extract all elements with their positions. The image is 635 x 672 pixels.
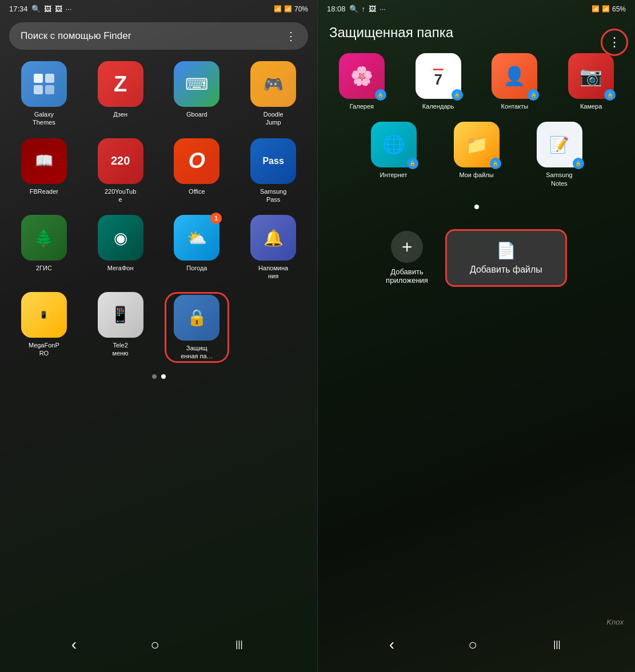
icon-weather: ⛅ 1 <box>174 215 219 261</box>
dot-2 <box>161 374 166 379</box>
status-bar-left: 17:34 🔍 🖼 🖼 ··· 📶 📶 70% <box>0 0 317 18</box>
app-notes[interactable]: 📝 🔒 SamsungNotes <box>524 122 595 187</box>
icon-megafon: ◉ <box>98 215 143 261</box>
svg-rect-2 <box>34 85 43 94</box>
battery-left: 70% <box>294 5 308 13</box>
icon-myfiles: 📁 🔒 <box>454 122 500 167</box>
search-bar[interactable]: Поиск с помощью Finder ⋮ <box>9 22 308 50</box>
add-apps-icon: + <box>391 231 423 263</box>
dot-1 <box>152 374 157 379</box>
app-weather[interactable]: ⛅ 1 Погода <box>165 215 230 281</box>
icon-gboard: ⌨ <box>174 61 219 107</box>
label-myfiles: Мои файлы <box>459 171 493 179</box>
app-megafon-pro[interactable]: 📱 MegaFonPRO <box>11 292 77 363</box>
app-grid-right-row2: 🌐 🔒 Интернет 📁 🔒 Мои файлы 📝 🔒 SamsungNo… <box>318 122 635 187</box>
app-fbreader[interactable]: 📖 FBReader <box>11 138 77 204</box>
time-left: 17:34 <box>9 5 28 13</box>
wifi-icon-right: 📶 <box>592 5 600 13</box>
status-right-left: 📶 📶 70% <box>274 5 308 13</box>
icon-2gis: 🌲 <box>21 215 67 261</box>
app-2gis[interactable]: 🌲 2ГИС <box>11 215 77 281</box>
more-icon-right: ··· <box>380 5 386 13</box>
add-files-btn[interactable]: 📄 Добавить файлы <box>445 229 567 287</box>
app-camera[interactable]: 📷 🔒 Камера <box>558 53 624 110</box>
gallery-icon-left: 🖼 <box>44 5 51 13</box>
app-220youtube[interactable]: 220 220YouTube <box>88 138 153 204</box>
app-myfiles[interactable]: 📁 🔒 Мои файлы <box>441 122 512 187</box>
search-icon-right: 🔍 <box>349 5 358 13</box>
icon-reminder: 🔔 <box>250 215 296 261</box>
label-megafon-pro: MegaFonPRO <box>29 341 59 358</box>
recent-button-right[interactable]: ⫼ <box>546 633 568 657</box>
status-time-right: 18:08 🔍 ↑ 🖼 ··· <box>327 5 386 13</box>
three-dot-menu[interactable]: ⋮ <box>601 29 628 56</box>
app-doodle-jump[interactable]: 🎮 DoodleJump <box>241 61 306 127</box>
weather-badge: 1 <box>210 213 222 224</box>
icon-gallery: 🌸 🔒 <box>339 53 385 99</box>
label-fbreader: FBReader <box>30 187 58 195</box>
icon-doodle-jump: 🎮 <box>250 61 296 107</box>
app-galaxy-themes[interactable]: GalaxyThemes <box>11 61 77 127</box>
page-dots-left <box>0 374 317 379</box>
gallery2-icon-left: 🖼 <box>55 5 62 13</box>
label-camera: Камера <box>580 102 602 110</box>
icon-office: O <box>174 138 219 184</box>
signal-icon-right: 📶 <box>602 5 610 13</box>
battery-right: 65% <box>612 5 626 13</box>
label-dzen: Дзен <box>113 110 127 118</box>
page-title-right: Защищенная папка <box>318 18 635 47</box>
app-tele2[interactable]: 📱 Tele2меню <box>88 292 153 363</box>
label-secure-folder: Защищенная па… <box>181 344 213 361</box>
notes-secure-badge: 🔒 <box>573 158 584 169</box>
signal-icon-left: 📶 <box>284 5 292 13</box>
gallery-icon-right: 🖼 <box>369 5 376 13</box>
label-2gis: 2ГИС <box>36 264 52 272</box>
app-megafon[interactable]: ◉ МегаФон <box>88 215 153 281</box>
bottom-nav-left: ‹ ○ ⫼ <box>0 622 317 672</box>
app-internet[interactable]: 🌐 🔒 Интернет <box>358 122 429 187</box>
status-right-right: 📶 📶 65% <box>592 5 626 13</box>
page-title-text: Защищенная папка <box>329 25 453 40</box>
label-internet: Интернет <box>380 171 408 179</box>
label-megafon: МегаФон <box>107 264 134 272</box>
label-samsung-pass: SamsungPass <box>260 187 286 204</box>
label-220youtube: 220YouTube <box>105 187 136 204</box>
more-icon-left: ··· <box>66 5 72 13</box>
app-office[interactable]: O Office <box>165 138 230 204</box>
label-weather: Погода <box>186 264 207 272</box>
svg-rect-1 <box>45 74 54 83</box>
add-files-label: Добавить файлы <box>470 265 542 275</box>
home-button-left[interactable]: ○ <box>146 631 164 658</box>
page-dot-right <box>318 205 635 209</box>
gallery-secure-badge: 🔒 <box>375 89 386 101</box>
app-grid-left: GalaxyThemes Z Дзен ⌨ Gboard 🎮 DoodleJum… <box>0 61 317 363</box>
search-menu-icon[interactable]: ⋮ <box>285 29 297 43</box>
recent-button-left[interactable]: ⫼ <box>229 633 250 657</box>
app-samsung-pass[interactable]: Pass SamsungPass <box>241 138 306 204</box>
app-secure-folder[interactable]: 🔒 Защищенная па… <box>165 292 230 363</box>
home-button-right[interactable]: ○ <box>464 631 482 658</box>
phone-right: 18:08 🔍 ↑ 🖼 ··· 📶 📶 65% ⋮ Защищенная пап… <box>317 0 635 672</box>
app-gallery[interactable]: 🌸 🔒 Галерея <box>329 53 394 110</box>
phone-left: 17:34 🔍 🖼 🖼 ··· 📶 📶 70% Поиск с помощью … <box>0 0 317 672</box>
back-button-left[interactable]: ‹ <box>67 631 81 658</box>
status-time-left: 17:34 🔍 🖼 🖼 ··· <box>9 5 71 13</box>
internet-secure-badge: 🔒 <box>407 158 418 169</box>
app-reminder[interactable]: 🔔 Напоминания <box>241 215 306 281</box>
search-icon-left: 🔍 <box>31 5 41 13</box>
app-dzen[interactable]: Z Дзен <box>88 61 153 127</box>
add-apps-label: Добавить приложения <box>386 267 428 285</box>
label-gboard: Gboard <box>186 110 207 118</box>
icon-camera: 📷 🔒 <box>568 53 614 99</box>
icon-samsung-pass: Pass <box>250 138 296 184</box>
calendar-secure-badge: 🔒 <box>452 89 463 101</box>
app-calendar[interactable]: ▬▬ 7 🔒 Календарь <box>406 53 471 110</box>
icon-fbreader: 📖 <box>21 138 67 184</box>
add-apps-btn[interactable]: + Добавить приложения <box>386 231 428 285</box>
back-button-right[interactable]: ‹ <box>385 631 399 658</box>
add-files-icon: 📄 <box>496 241 516 260</box>
app-gboard[interactable]: ⌨ Gboard <box>165 61 230 127</box>
camera-secure-badge: 🔒 <box>604 89 616 101</box>
app-contacts[interactable]: 👤 🔒 Контакты <box>482 53 548 110</box>
bottom-nav-right: ‹ ○ ⫼ <box>318 622 635 672</box>
